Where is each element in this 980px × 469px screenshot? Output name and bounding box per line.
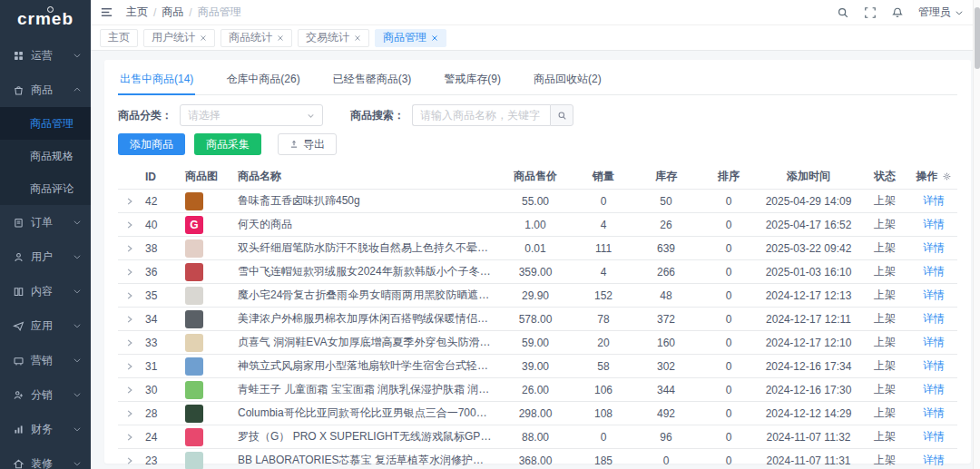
column-settings-gear-icon[interactable]	[942, 171, 952, 181]
product-sales: 58	[574, 360, 632, 373]
export-button[interactable]: 导出	[278, 133, 337, 155]
tag-home[interactable]: 主页	[100, 29, 138, 47]
close-icon[interactable]	[200, 34, 207, 42]
table-row[interactable]: 23 BB LABORATORIES芯慕宝 复活草植萃水润修护面膜 新一代 17…	[118, 449, 957, 469]
search-button[interactable]	[550, 104, 573, 126]
table-row[interactable]: 42 鲁味斋五香卤味扒蹄450g 55.00 0 50 0 2025-04-29…	[118, 190, 957, 213]
product-thumbnail[interactable]	[185, 381, 203, 399]
sidebar-item-product[interactable]: 商品	[0, 73, 91, 107]
product-thumbnail[interactable]	[185, 357, 203, 376]
sidebar-item-user[interactable]: 用户	[0, 239, 91, 274]
sidebar-item-application[interactable]: 应用	[0, 308, 91, 343]
sidebar-item-operation[interactable]: 运营	[0, 38, 91, 73]
table-row[interactable]: 31 神筑立式风扇家用小型落地扇软叶学生宿舍台式轻音宿舍伸缩床头电风扇大风力 绿…	[118, 355, 957, 378]
close-icon[interactable]	[431, 34, 438, 42]
expand-row-chevron-icon[interactable]	[125, 338, 134, 347]
user-menu[interactable]: 管理员	[918, 5, 964, 20]
scrollbar-thumb[interactable]	[975, 7, 980, 69]
sidebar-item-product-review[interactable]: 商品评论	[0, 172, 91, 205]
tab-in-warehouse[interactable]: 仓库中商品(26)	[224, 65, 301, 94]
product-thumbnail[interactable]	[185, 310, 203, 328]
sidebar-item-decoration[interactable]: 装修	[0, 446, 91, 469]
detail-link[interactable]: 详情	[923, 194, 945, 207]
fullscreen-icon[interactable]	[864, 6, 877, 19]
expand-row-chevron-icon[interactable]	[125, 220, 134, 230]
person-icon	[13, 389, 24, 401]
product-stock: 50	[632, 195, 700, 208]
expand-row-chevron-icon[interactable]	[125, 268, 134, 277]
table-row[interactable]: 24 罗技（G） PRO X SUPERLIGHT无线游戏鼠标GPW二代狗屁王2…	[118, 425, 957, 449]
product-sales: 0	[574, 195, 632, 208]
product-thumbnail[interactable]	[185, 428, 203, 446]
detail-link[interactable]: 详情	[923, 265, 945, 278]
expand-row-chevron-icon[interactable]	[125, 291, 134, 300]
product-thumbnail[interactable]	[185, 405, 203, 423]
table-row[interactable]: 33 贞喜气 洞洞鞋EVA女加厚底增高夏季外穿包头防滑防臭卡通网红新款沙滩凉 E…	[118, 331, 957, 355]
product-thumbnail[interactable]	[185, 452, 203, 469]
tab-stock-alert[interactable]: 警戒库存(9)	[442, 65, 503, 94]
table-row[interactable]: 36 雪中飞连帽短款羽绒服女2024年新款韩版小个子冬季保暖面包服外套 359.…	[118, 260, 957, 284]
product-thumbnail[interactable]	[185, 287, 203, 305]
detail-link[interactable]: 详情	[923, 241, 945, 254]
sidebar-item-product-manage[interactable]: 商品管理	[0, 107, 91, 140]
close-icon[interactable]	[277, 34, 284, 42]
sidebar-item-marketing[interactable]: 营销	[0, 343, 91, 377]
expand-row-chevron-icon[interactable]	[125, 386, 134, 395]
expand-row-chevron-icon[interactable]	[125, 409, 134, 418]
tab-on-sale[interactable]: 出售中商品(14)	[118, 65, 195, 94]
detail-link[interactable]: 详情	[923, 288, 945, 301]
detail-link[interactable]: 详情	[923, 218, 945, 230]
collapse-menu-icon[interactable]	[100, 5, 113, 19]
breadcrumb-home[interactable]: 主页	[126, 5, 148, 20]
export-icon	[289, 140, 299, 149]
sidebar-item-distribution[interactable]: 分销	[0, 377, 91, 412]
tag-product-manage[interactable]: 商品管理	[375, 29, 446, 47]
expand-row-chevron-icon[interactable]	[125, 244, 134, 253]
header-actions: 管理员	[837, 5, 964, 20]
product-thumbnail[interactable]	[185, 192, 203, 210]
search-icon[interactable]	[837, 6, 849, 19]
add-product-button[interactable]: 添加商品	[118, 133, 185, 155]
product-thumbnail[interactable]	[185, 239, 203, 258]
collect-product-button[interactable]: 商品采集	[194, 133, 261, 155]
table-row[interactable]: 28 Columbia哥伦比亚同款哥伦比亚男银点三合一700蓬鹅绒防水冲锋衣XE…	[118, 402, 957, 425]
breadcrumb-product[interactable]: 商品	[162, 5, 183, 20]
product-thumbnail[interactable]	[185, 334, 203, 352]
tag-product-stats[interactable]: 商品统计	[220, 29, 292, 47]
product-thumbnail[interactable]	[185, 263, 203, 281]
tab-recycle-bin[interactable]: 商品回收站(2)	[532, 65, 603, 94]
product-search-input[interactable]	[412, 104, 550, 126]
table-row[interactable]: 34 美津浓户外棉服男棉衣加厚休闲百搭鸭绒保暖情侣夹克外套 浅灰 2XL 578…	[118, 308, 957, 331]
detail-link[interactable]: 详情	[923, 383, 945, 396]
close-icon[interactable]	[354, 34, 361, 42]
sidebar-item-order[interactable]: 订单	[0, 205, 91, 239]
detail-link[interactable]: 详情	[923, 454, 945, 466]
product-status: 上架	[859, 405, 910, 421]
bell-icon[interactable]	[891, 6, 904, 19]
product-status: 上架	[859, 288, 910, 303]
table-row[interactable]: 38 双头纤细眉笔防水防汗不脱妆自然易上色持久不晕染极细素描平价 0.01 11…	[118, 237, 957, 260]
detail-link[interactable]: 详情	[923, 406, 945, 419]
expand-row-chevron-icon[interactable]	[125, 315, 134, 324]
sidebar-item-product-spec[interactable]: 商品规格	[0, 140, 91, 172]
expand-row-chevron-icon[interactable]	[125, 433, 134, 442]
category-select[interactable]: 请选择	[180, 104, 323, 126]
table-row[interactable]: 30 青蛙王子 儿童面霜 宝宝面霜 润肤乳保湿护肤霜 润肤霜滋润霜 51g*2瓶…	[118, 378, 957, 402]
detail-link[interactable]: 详情	[923, 336, 945, 348]
table-row[interactable]: 35 魔小宅24骨复古折叠雨伞男女晴雨两用黑胶防晒遮阳全自动太阳伞双人大号 24…	[118, 284, 957, 308]
tag-user-stats[interactable]: 用户统计	[143, 29, 215, 47]
detail-link[interactable]: 详情	[923, 312, 945, 325]
tab-sold-out[interactable]: 已经售罄商品(3)	[331, 65, 414, 94]
expand-row-chevron-icon[interactable]	[125, 197, 134, 206]
page-scrollbar[interactable]	[973, 0, 980, 469]
expand-row-chevron-icon[interactable]	[125, 362, 134, 371]
table-row[interactable]: 40 G 何天的商品 1.00 4 26 0 2025-04-17 16:52 …	[118, 213, 957, 237]
expand-row-chevron-icon[interactable]	[125, 456, 134, 465]
product-thumbnail[interactable]: G	[185, 216, 203, 234]
app-logo[interactable]: crmeb	[0, 0, 91, 38]
sidebar-item-finance[interactable]: 财务	[0, 412, 91, 446]
tag-trade-stats[interactable]: 交易统计	[298, 29, 369, 47]
sidebar-item-content[interactable]: 内容	[0, 274, 91, 308]
detail-link[interactable]: 详情	[923, 359, 945, 372]
detail-link[interactable]: 详情	[923, 430, 945, 443]
